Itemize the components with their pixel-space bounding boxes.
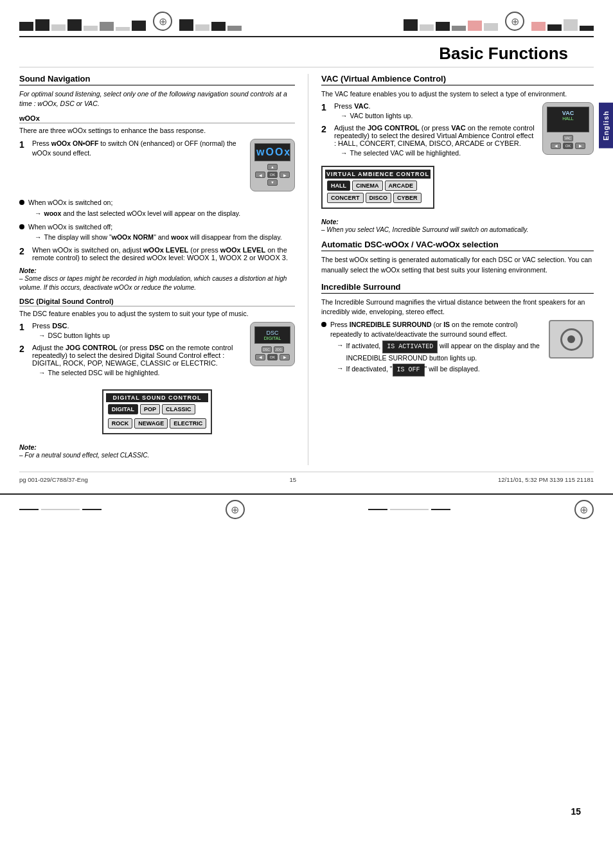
woox-title: wOOx <box>19 114 295 123</box>
vac-steps-container: VAC HALL VAC ◀ OK ▶ 1 Press VAC. →V <box>321 102 594 162</box>
vac-btn-arcade: ARCADE <box>385 181 418 191</box>
dsc-remote-image: DSC DIGITAL DSC JOG ◀ OK ▶ <box>250 322 295 366</box>
footer-left: pg 001-029/C788/37-Eng <box>19 476 88 483</box>
bar-seg <box>100 22 114 31</box>
footer-center: 15 <box>290 476 297 483</box>
woox-step1: 1 Press wOOx ON•OFF to switch ON (enhanc… <box>19 139 245 157</box>
woox-bullet1: When wOOx is switched on; →woox and the … <box>19 198 295 219</box>
footer: pg 001-029/C788/37-Eng 15 12/11/01, 5:32… <box>0 472 613 487</box>
bullet-dot <box>19 224 24 229</box>
step-num-2: 2 <box>19 246 30 261</box>
vac-step1: 1 Press VAC. →VAC button lights up. <box>321 102 536 122</box>
vac-btn-cinema: CINEMA <box>352 181 383 191</box>
bar-seg <box>51 24 66 31</box>
dsc-btn-newage: NEWAGE <box>134 418 168 429</box>
bar-seg <box>404 19 418 31</box>
step-num: 1 <box>19 139 30 157</box>
bar-seg <box>484 23 498 31</box>
woox-bullets: When wOOx is switched on; →woox and the … <box>19 198 295 244</box>
dsc-btn-pop: POP <box>140 404 160 414</box>
incredible-surround-title: Incredible Surround <box>321 282 594 294</box>
bar-seg <box>580 26 594 31</box>
bar-seg <box>195 24 209 31</box>
bar-seg <box>420 24 434 31</box>
vac-note-label: Note: <box>321 218 594 226</box>
is-bullet1: Press INCREDIBLE SURROUND (or IS on the … <box>321 320 542 378</box>
crosshair-left: ⊕ <box>153 12 172 31</box>
woox-note: Note: – Some discs or tapes might be rec… <box>19 267 295 292</box>
page-title-area: Basic Functions <box>19 37 594 67</box>
vac-step2: 2 Adjust the JOG CONTROL (or press VAC o… <box>321 124 536 159</box>
dsc-buttons-row1: DIGITAL POP CLASSIC <box>106 402 209 416</box>
dsc-btn-electric: ELECTRIC <box>170 418 206 429</box>
bar-seg <box>452 26 466 31</box>
left-column: Sound Navigation For optimal sound liste… <box>19 74 308 465</box>
bar-seg <box>227 26 242 31</box>
bar-seg <box>19 22 33 31</box>
auto-dsc-desc: The best wOOx setting is generated autom… <box>321 255 594 276</box>
bar-seg <box>436 22 450 31</box>
vac-display-title: VIRTUAL AMBIENCE CONTROL <box>325 170 431 179</box>
woox-note-text: – Some discs or tapes might be recorded … <box>19 274 295 292</box>
bar-seg <box>179 19 193 31</box>
bar-seg <box>132 21 146 31</box>
is-off-display: IS OFF <box>393 364 425 376</box>
step-num-vac2: 2 <box>321 124 332 159</box>
vac-note-text: – When you select VAC, Incredible Surrou… <box>321 226 594 235</box>
is-activated-display: IS ACTIVATED <box>382 341 438 353</box>
dsc-display: DIGITAL SOUND CONTROL DIGITAL POP CLASSI… <box>19 385 295 438</box>
incredible-surround-desc: The Incredible Surround magnifies the vi… <box>321 297 594 318</box>
dsc-title: DSC (Digital Sound Control) <box>19 297 295 306</box>
left-bar-group: ⊕ <box>19 12 242 31</box>
vac-display-container: VIRTUAL AMBIENCE CONTROL HALL CINEMA ARC… <box>321 162 594 213</box>
right-column: VAC (Virtual Ambience Control) The VAC f… <box>308 74 594 465</box>
bar-seg <box>84 26 98 31</box>
vac-note: Note: – When you select VAC, Incredible … <box>321 218 594 235</box>
is-image <box>549 320 594 359</box>
step-num-vac1: 1 <box>321 102 332 122</box>
woox-remote-image: wOOx ▲ ◀ OK ▶ ▼ <box>250 139 295 191</box>
dsc-display-title: DIGITAL SOUND CONTROL <box>106 393 209 402</box>
side-tab: English <box>599 103 613 148</box>
bar-seg <box>211 22 226 31</box>
dsc-note-text: – For a neutral sound effect, select CLA… <box>19 451 295 460</box>
crosshair-bottom-right: ⊕ <box>574 500 594 519</box>
dsc-buttons-row2: ROCK NEWAGE ELECTRIC <box>106 416 209 430</box>
dsc-btn-classic: CLASSIC <box>162 404 195 414</box>
dsc-desc: The DSC feature enables you to adjust th… <box>19 309 295 319</box>
bar-seg <box>468 21 482 31</box>
bar-seg <box>116 27 130 31</box>
sound-navigation-title: Sound Navigation <box>19 74 295 85</box>
right-bar-group: ⊕ <box>404 12 594 31</box>
page-title: Basic Functions <box>439 44 568 63</box>
dsc-steps-container: DSC DIGITAL DSC JOG ◀ OK ▶ 1 Pres <box>19 322 295 382</box>
vac-btn-hall: HALL <box>327 181 350 191</box>
bullet-dot <box>321 322 326 327</box>
bar-seg <box>531 22 546 31</box>
main-content: Sound Navigation For optimal sound liste… <box>0 67 613 472</box>
bottom-bars: ⊕ ⊕ <box>0 493 613 524</box>
vac-image: VAC HALL VAC ◀ OK ▶ <box>542 102 594 155</box>
sound-nav-intro: For optimal sound listening, select only… <box>19 89 295 108</box>
vac-title: VAC (Virtual Ambience Control) <box>321 74 594 85</box>
is-container: Press INCREDIBLE SURROUND (or IS on the … <box>321 320 594 380</box>
bar-seg <box>547 24 562 31</box>
woox-desc: There are three wOOx settings to enhance… <box>19 126 295 136</box>
crosshair-right: ⊕ <box>505 12 524 31</box>
bullet-dot <box>19 200 24 205</box>
woox-step2-list: 2 When wOOx is switched on, adjust wOOx … <box>19 246 295 261</box>
woox-bullet2: When wOOx is switched off; →The display … <box>19 222 295 244</box>
bar-seg <box>35 19 49 31</box>
woox-step2: 2 When wOOx is switched on, adjust wOOx … <box>19 246 295 261</box>
vac-buttons-row2: CONCERT DISCO CYBER <box>325 193 431 205</box>
woox-step1-container: wOOx ▲ ◀ OK ▶ ▼ 1 <box>19 139 295 195</box>
dsc-note: Note: – For a neutral sound effect, sele… <box>19 443 295 460</box>
bar-seg <box>564 19 578 31</box>
step-num-dsc1: 1 <box>19 322 30 342</box>
page-number: 15 <box>571 806 581 817</box>
vac-desc: The VAC feature enables you to adjust th… <box>321 89 594 100</box>
step-num-dsc2: 2 <box>19 344 30 379</box>
dsc-step1: 1 Press DSC. →DSC button lights up <box>19 322 245 342</box>
auto-dsc-title: Automatic DSC-wOOx / VAC-wOOx selection <box>321 240 594 251</box>
vac-btn-disco: DISCO <box>366 193 392 203</box>
